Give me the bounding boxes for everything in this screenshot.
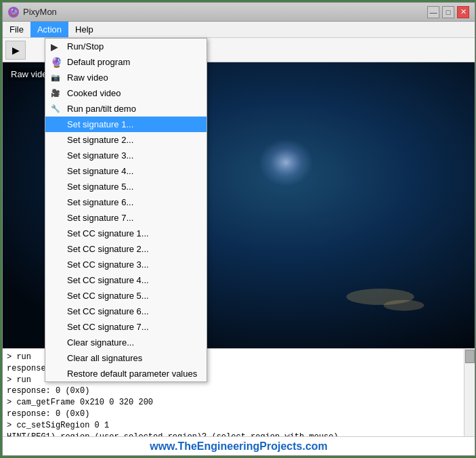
menu-set-cc-sig-5[interactable]: Set CC signature 5...	[45, 288, 207, 304]
menu-set-cc-sig-1[interactable]: Set CC signature 1...	[45, 226, 207, 241]
menu-set-cc-sig-6[interactable]: Set CC signature 6...	[45, 304, 207, 319]
console-line-6: response: 0 (0x0)	[7, 409, 471, 420]
menu-restore-default[interactable]: Restore default parameter values	[45, 366, 207, 381]
menu-run-pan-tilt[interactable]: 🔧 Run pan/tilt demo	[45, 101, 207, 117]
watermark-text: www.TheEngineeringProjects.com	[150, 440, 328, 453]
menu-clear-sig[interactable]: Clear signature...	[45, 335, 207, 350]
title-bar: 🔮 PixyMon — □ ✕	[3, 3, 475, 22]
menu-bar: File Action Help ▶ Run/Stop 🔮 Default pr…	[3, 22, 475, 38]
menu-help[interactable]: Help	[68, 22, 100, 37]
main-window: 🔮 PixyMon — □ ✕ File Action Help ▶ Run/S…	[2, 2, 475, 456]
play-icon: ▶	[12, 45, 20, 56]
console-line-5: > cam_getFrame 0x210 0 320 200	[7, 397, 471, 409]
console-line-7: > cc_setSigRegion 0 1	[7, 420, 471, 432]
menu-file[interactable]: File	[3, 22, 30, 37]
menu-set-cc-sig-3[interactable]: Set CC signature 3...	[45, 257, 207, 272]
scrollbar-thumb[interactable]	[465, 350, 475, 363]
title-controls: — □ ✕	[427, 6, 469, 18]
menu-set-cc-sig-4[interactable]: Set CC signature 4...	[45, 272, 207, 288]
app-icon: 🔮	[8, 7, 19, 18]
menu-set-sig-1[interactable]: Set signature 1...	[45, 117, 207, 132]
menu-cooked-video[interactable]: 🎥 Cooked video	[45, 85, 207, 101]
svg-point-3	[383, 300, 424, 311]
menu-run-stop[interactable]: ▶ Run/Stop	[45, 39, 207, 54]
close-button[interactable]: ✕	[457, 6, 469, 18]
menu-default-program[interactable]: 🔮 Default program	[45, 54, 207, 70]
run-stop-icon: ▶	[51, 41, 58, 52]
console-line-4: response: 0 (0x0)	[7, 386, 471, 397]
menu-set-sig-7[interactable]: Set signature 7...	[45, 210, 207, 226]
window-title: PixyMon	[23, 7, 57, 17]
default-program-icon: 🔮	[51, 57, 62, 68]
menu-set-cc-sig-2[interactable]: Set CC signature 2...	[45, 241, 207, 257]
menu-set-sig-5[interactable]: Set signature 5...	[45, 179, 207, 194]
watermark-bar: www.TheEngineeringProjects.com	[3, 436, 475, 455]
menu-raw-video[interactable]: 📷 Raw video	[45, 70, 207, 85]
minimize-button[interactable]: —	[427, 6, 439, 18]
menu-clear-all-sig[interactable]: Clear all signatures	[45, 350, 207, 366]
title-bar-left: 🔮 PixyMon	[8, 7, 57, 18]
play-button[interactable]: ▶	[5, 41, 26, 60]
menu-set-sig-4[interactable]: Set signature 4...	[45, 163, 207, 179]
console-scrollbar[interactable]	[464, 349, 475, 436]
cooked-video-icon: 🎥	[51, 89, 60, 98]
menu-set-cc-sig-7[interactable]: Set CC signature 7...	[45, 319, 207, 335]
maximize-button[interactable]: □	[442, 6, 454, 18]
menu-set-sig-3[interactable]: Set signature 3...	[45, 148, 207, 163]
action-dropdown-menu: ▶ Run/Stop 🔮 Default program 📷 Raw video…	[45, 38, 207, 382]
raw-video-icon: 📷	[51, 73, 60, 82]
svg-point-1	[259, 139, 313, 186]
menu-set-sig-6[interactable]: Set signature 6...	[45, 194, 207, 210]
pan-tilt-icon: 🔧	[51, 104, 60, 113]
console-line-8: HINT(REG1) region (user-selected region)…	[7, 432, 471, 436]
menu-set-sig-2[interactable]: Set signature 2...	[45, 132, 207, 148]
menu-action[interactable]: Action	[30, 22, 68, 37]
